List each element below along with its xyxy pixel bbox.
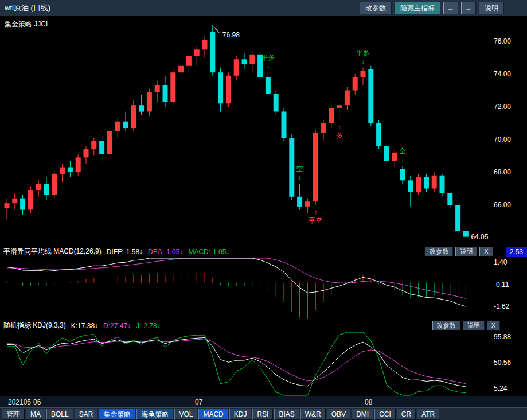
- candle-body: [36, 184, 41, 190]
- candle-body: [155, 85, 160, 92]
- signal-annotation: ↓: [298, 173, 302, 181]
- toolbar-item-haigui-celue[interactable]: 海龟策略: [136, 409, 173, 420]
- macd-axis-label: -0.11: [494, 281, 509, 289]
- toolbar-item-dmi[interactable]: DMI: [352, 409, 373, 420]
- kdj-axis-label: 50.56: [494, 359, 511, 367]
- macd-macd-value: MACD:-1.05↓: [188, 248, 229, 256]
- macd-diff-value: DIFF:-1.58↓: [107, 248, 143, 256]
- macd-title: 平滑异同平均线 MACD(12,26,9): [3, 247, 102, 256]
- candle-body: [123, 122, 128, 128]
- candle-body: [432, 176, 437, 189]
- signal-annotation: ↑: [338, 123, 341, 131]
- candle-body: [76, 157, 81, 172]
- candle-body: [52, 174, 57, 195]
- candle-body: [218, 72, 223, 103]
- signal-annotation: 平多: [356, 49, 370, 57]
- macd-close-button[interactable]: X: [479, 247, 493, 256]
- toolbar-item-guanli[interactable]: 管理: [2, 409, 25, 420]
- signal-annotation: 空: [296, 165, 303, 173]
- d-line: [7, 339, 466, 384]
- candle-body: [107, 131, 112, 154]
- toolbar-item-sar[interactable]: SAR: [75, 409, 98, 420]
- macd-help-button[interactable]: 说明: [455, 247, 477, 256]
- signal-annotation: ↑: [314, 208, 317, 216]
- candle-body: [447, 193, 452, 205]
- kdj-k-value: K:17.38↓: [71, 322, 98, 330]
- help-button[interactable]: 说明: [479, 2, 504, 14]
- candle-body: [84, 149, 89, 157]
- candle-body: [249, 55, 255, 64]
- toolbar-item-cci[interactable]: CCI: [374, 409, 396, 420]
- price-axis-label: 70.00: [494, 135, 511, 143]
- hide-main-indicator-button[interactable]: 隐藏主指标: [395, 2, 440, 14]
- x-axis-label: 07: [195, 398, 202, 406]
- candle-body: [5, 203, 10, 208]
- toolbar-item-bias[interactable]: BIAS: [274, 409, 299, 420]
- kdj-chart[interactable]: 95.8850.565.24: [0, 331, 527, 396]
- candle-body: [163, 85, 168, 102]
- kdj-axis-label: 5.24: [494, 384, 508, 392]
- candle-body: [44, 184, 49, 195]
- macd-change-params-button[interactable]: 改参数: [425, 247, 453, 256]
- candle-body: [305, 201, 310, 207]
- k-line: [7, 337, 466, 387]
- price-axis-label: 74.00: [494, 70, 511, 78]
- toolbar-item-ma[interactable]: MA: [26, 409, 45, 420]
- candle-body: [455, 205, 460, 231]
- price-axis-label: 66.00: [494, 201, 511, 209]
- kdj-d-value: D:27.47↓: [103, 322, 131, 330]
- main-chart-area[interactable]: 76.0074.0072.0070.0068.0066.00平多↓空↓↑平空↑多…: [0, 16, 527, 246]
- macd-dea-value: DEA:-1.05↓: [148, 248, 183, 256]
- toolbar-item-cr[interactable]: CR: [397, 409, 416, 420]
- dea-line: [7, 258, 466, 298]
- candle-body: [131, 105, 136, 128]
- macd-panel-header: 平滑异同平均线 MACD(12,26,9) DIFF:-1.58↓ DEA:-1…: [0, 246, 527, 257]
- kdj-help-button[interactable]: 说明: [463, 321, 485, 330]
- signal-annotation: 多: [336, 131, 343, 139]
- candlestick-chart[interactable]: 76.0074.0072.0070.0068.0066.00平多↓空↓↑平空↑多…: [0, 16, 527, 246]
- macd-panel: 平滑异同平均线 MACD(12,26,9) DIFF:-1.58↓ DEA:-1…: [0, 246, 527, 320]
- kdj-close-button[interactable]: X: [487, 321, 500, 330]
- toolbar-item-macd[interactable]: MACD: [198, 409, 228, 420]
- toolbar-item-boll[interactable]: BOLL: [46, 409, 73, 420]
- candle-body: [361, 71, 366, 77]
- last-price-label: 64.05: [471, 233, 488, 241]
- top-bar: wti原油 (日线) 改参数 隐藏主指标 ← → 说明: [0, 0, 527, 16]
- candle-body: [194, 49, 200, 56]
- candle-body: [313, 133, 318, 202]
- candle-body: [91, 141, 96, 149]
- toolbar-item-kdj[interactable]: KDJ: [229, 409, 252, 420]
- candle-body: [139, 105, 144, 111]
- toolbar-item-wr[interactable]: W&R: [300, 409, 326, 420]
- toolbar-item-rsi[interactable]: RSI: [252, 409, 273, 420]
- kdj-panel-buttons: 改参数 说明 X: [432, 321, 500, 330]
- candle-body: [115, 122, 120, 131]
- signal-annotation: ↓: [361, 57, 365, 65]
- candle-body: [463, 231, 469, 237]
- prev-arrow-button[interactable]: ←: [443, 2, 458, 14]
- candle-body: [345, 91, 350, 106]
- candle-body: [210, 32, 215, 72]
- next-arrow-button[interactable]: →: [461, 2, 476, 14]
- candle-body: [282, 112, 287, 138]
- toolbar-item-jijin-celue[interactable]: 集金策略: [99, 409, 135, 420]
- candle-body: [297, 197, 302, 207]
- candle-body: [289, 138, 294, 197]
- indicator-toolbar: 管理MABOLLSAR集金策略海龟策略VOLMACDKDJRSIBIASW&RO…: [0, 407, 527, 420]
- main-indicator-label: 集金策略 JJCL: [5, 20, 50, 29]
- x-axis-row: 202105060708: [0, 396, 527, 407]
- candle-body: [337, 105, 342, 108]
- kdj-change-params-button[interactable]: 改参数: [432, 321, 460, 330]
- toolbar-item-obv[interactable]: OBV: [327, 409, 350, 420]
- candle-body: [392, 153, 397, 161]
- chart-title: wti原油 (日线): [5, 3, 50, 13]
- x-axis-label: 06: [33, 398, 41, 406]
- candle-body: [242, 59, 247, 64]
- change-params-button[interactable]: 改参数: [360, 2, 392, 14]
- macd-chart[interactable]: 1.40-0.11-1.62: [0, 257, 527, 320]
- candle-body: [266, 77, 271, 94]
- toolbar-item-vol[interactable]: VOL: [174, 409, 197, 420]
- toolbar-item-atr[interactable]: ATR: [417, 409, 439, 420]
- macd-axis-label: 1.40: [494, 258, 508, 266]
- candle-body: [60, 168, 65, 174]
